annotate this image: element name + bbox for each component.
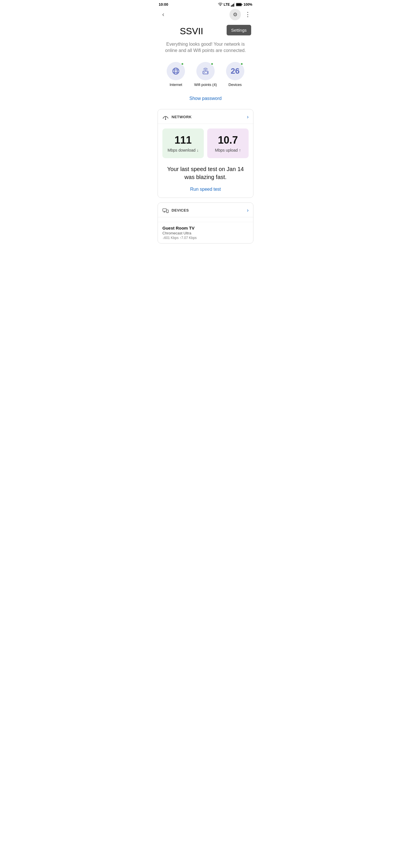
svg-rect-5 bbox=[236, 3, 241, 6]
wifi-status-dot bbox=[211, 63, 214, 65]
device-count: 26 bbox=[231, 66, 240, 76]
devices-label: Devices bbox=[229, 83, 242, 87]
svg-point-8 bbox=[175, 68, 178, 74]
status-icons-row: Internet Wifi points (4) 26 Devices bbox=[154, 60, 257, 94]
network-name: SSVII bbox=[160, 25, 223, 36]
devices-card-header[interactable]: DEVICES › bbox=[158, 203, 253, 217]
svg-point-14 bbox=[207, 72, 208, 73]
nav-right-buttons: ⚙ ⋮ bbox=[229, 9, 253, 20]
svg-rect-2 bbox=[233, 4, 234, 6]
devices-card-title: DEVICES bbox=[171, 208, 189, 212]
network-card: NETWORK › 111 Mbps download ↓ 10.7 Mbps … bbox=[158, 109, 253, 198]
svg-rect-1 bbox=[232, 5, 233, 6]
status-bar: 10:00 LTE 100% bbox=[154, 0, 257, 8]
wifi-points-status-item[interactable]: Wifi points (4) bbox=[194, 62, 217, 87]
upload-speed-value: 10.7 bbox=[218, 134, 238, 146]
upload-speed-label: Mbps upload ↑ bbox=[215, 148, 241, 152]
devices-status-item[interactable]: 26 Devices bbox=[226, 62, 244, 87]
status-message: Everything looks good! Your network is o… bbox=[154, 38, 257, 60]
header-section: SSVII Settings bbox=[154, 23, 257, 38]
devices-status-dot bbox=[240, 63, 243, 65]
settings-button[interactable]: Settings bbox=[227, 25, 251, 35]
device-speed: ↓601 Kbps ↑7.07 Kbps bbox=[162, 236, 249, 240]
svg-rect-18 bbox=[163, 209, 166, 211]
speed-boxes: 111 Mbps download ↓ 10.7 Mbps upload ↑ bbox=[158, 128, 253, 163]
internet-label: Internet bbox=[169, 83, 182, 87]
more-options-button[interactable]: ⋮ bbox=[242, 9, 253, 20]
back-icon: ‹ bbox=[162, 11, 164, 18]
wifi-points-icon-circle bbox=[196, 62, 215, 80]
battery-percent: 100% bbox=[244, 3, 252, 6]
lte-label: LTE bbox=[224, 3, 230, 6]
run-speed-test-button[interactable]: Run speed test bbox=[158, 186, 253, 197]
network-signal-icon bbox=[162, 114, 169, 120]
device-item[interactable]: Guest Room TV Chromecast Ultra ↓601 Kbps… bbox=[158, 222, 253, 243]
gear-icon: ⚙ bbox=[233, 11, 238, 18]
status-time: 10:00 bbox=[159, 2, 168, 6]
devices-icon bbox=[162, 207, 169, 214]
svg-point-7 bbox=[173, 68, 179, 74]
speed-test-message: Your last speed test on Jan 14 was blazi… bbox=[158, 163, 253, 186]
back-button[interactable]: ‹ bbox=[158, 9, 169, 20]
globe-icon bbox=[172, 67, 180, 75]
show-password-button[interactable]: Show password bbox=[154, 94, 257, 109]
devices-icon-circle: 26 bbox=[226, 62, 244, 80]
internet-status-item[interactable]: Internet bbox=[167, 62, 185, 87]
device-type: Chromecast Ultra bbox=[162, 231, 249, 235]
more-icon: ⋮ bbox=[245, 11, 251, 18]
devices-card-chevron: › bbox=[247, 207, 249, 213]
svg-rect-6 bbox=[242, 4, 242, 5]
wifi-points-label: Wifi points (4) bbox=[194, 83, 217, 87]
devices-card-header-left: DEVICES bbox=[162, 207, 189, 214]
download-speed-box: 111 Mbps download ↓ bbox=[162, 128, 204, 158]
devices-card: DEVICES › Guest Room TV Chromecast Ultra… bbox=[158, 203, 253, 244]
network-card-header[interactable]: NETWORK › bbox=[158, 110, 253, 124]
network-card-header-left: NETWORK bbox=[162, 114, 192, 120]
svg-rect-3 bbox=[234, 3, 235, 6]
status-bar-right: LTE 100% bbox=[218, 3, 252, 6]
signal-icon bbox=[231, 3, 235, 6]
upload-speed-box: 10.7 Mbps upload ↑ bbox=[207, 128, 249, 158]
internet-icon-circle bbox=[167, 62, 185, 80]
devices-card-divider bbox=[158, 217, 253, 217]
svg-rect-0 bbox=[231, 5, 232, 6]
gear-button[interactable]: ⚙ bbox=[229, 9, 241, 20]
svg-point-16 bbox=[165, 119, 166, 120]
network-card-chevron: › bbox=[247, 114, 249, 120]
device-name: Guest Room TV bbox=[162, 225, 249, 230]
network-card-divider bbox=[158, 124, 253, 124]
download-speed-label: Mbps download ↓ bbox=[167, 148, 199, 152]
battery-icon bbox=[236, 3, 242, 6]
wifi-icon bbox=[218, 3, 223, 6]
router-icon bbox=[201, 67, 210, 75]
top-nav: ‹ ⚙ ⋮ bbox=[154, 8, 257, 23]
network-card-title: NETWORK bbox=[171, 115, 192, 119]
internet-status-dot bbox=[181, 63, 184, 65]
download-speed-value: 111 bbox=[175, 134, 191, 146]
